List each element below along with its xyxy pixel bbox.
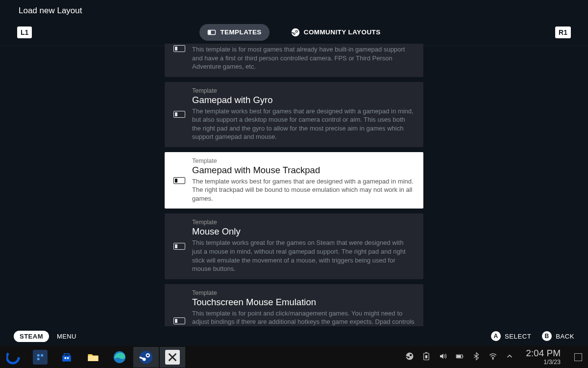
tabs-row: L1 TEMPLATES COMMUNITY LAYOUTS R1	[0, 19, 588, 46]
bumper-left: L1	[17, 26, 32, 38]
template-kicker: Template	[192, 289, 415, 296]
clock-time: 2:04 PM	[526, 348, 561, 359]
taskbar-clock[interactable]: 2:04 PM 1/3/23	[526, 348, 561, 366]
tab-label: TEMPLATES	[220, 28, 261, 36]
svg-rect-9	[41, 354, 44, 357]
svg-point-24	[492, 358, 493, 359]
x-app-icon	[165, 350, 180, 365]
b-button-icon: B	[542, 331, 552, 341]
template-card[interactable]: TemplateGamepad With Joystick TrackpadTh…	[165, 44, 423, 77]
action-label: SELECT	[505, 333, 531, 340]
taskbar-start[interactable]	[1, 347, 26, 368]
bluetooth-icon[interactable]	[472, 352, 481, 363]
steam-tray-icon[interactable]	[405, 352, 414, 363]
svg-point-20	[408, 356, 410, 358]
power-icon[interactable]	[455, 352, 464, 363]
steam-app-icon	[139, 350, 153, 365]
edge-icon	[112, 350, 127, 365]
svg-point-17	[143, 357, 146, 361]
svg-rect-1	[209, 31, 211, 34]
wifi-icon[interactable]	[489, 352, 497, 363]
template-kicker: Template	[192, 87, 415, 94]
controller-icon	[173, 45, 185, 52]
template-title: Touchscreen Mouse Emulation	[192, 297, 415, 308]
menu-button[interactable]: MENU	[57, 333, 76, 340]
taskbar-app-explorer[interactable]	[80, 347, 106, 368]
store-icon	[59, 350, 74, 365]
steam-icon	[291, 28, 300, 37]
tab-community-layouts[interactable]: COMMUNITY LAYOUTS	[283, 24, 389, 41]
taskbar-app-edge[interactable]	[107, 347, 132, 368]
chevron-up-icon[interactable]	[505, 352, 514, 363]
taskbar-app-settings[interactable]	[27, 347, 53, 368]
svg-rect-11	[65, 357, 67, 359]
volume-icon[interactable]	[439, 352, 447, 363]
steam-button[interactable]: STEAM	[14, 331, 49, 342]
taskbar-app-steam[interactable]	[133, 347, 159, 368]
page-title: Load new Layout	[0, 0, 588, 16]
svg-rect-10	[37, 358, 40, 360]
windows-taskbar[interactable]: 2:04 PM 1/3/23	[0, 346, 588, 368]
system-tray: 2:04 PM 1/3/23	[405, 348, 583, 366]
a-button-icon: A	[491, 331, 501, 341]
svg-point-6	[294, 33, 295, 34]
bumper-right: R1	[555, 26, 571, 38]
explorer-icon	[86, 350, 100, 365]
template-card[interactable]: TemplateGamepad with GyroThe template wo…	[165, 82, 423, 147]
svg-rect-12	[67, 357, 69, 359]
controller-icon	[173, 243, 185, 250]
template-title: Gamepad with Gyro	[192, 95, 415, 105]
clock-date: 1/3/23	[526, 359, 561, 366]
svg-point-16	[147, 354, 149, 356]
template-title: Mouse Only	[192, 226, 415, 237]
layout-icon	[207, 28, 216, 37]
template-title: Gamepad with Mouse Trackpad	[192, 165, 415, 176]
start-icon	[6, 350, 21, 365]
template-description: This template is for most games that alr…	[192, 45, 415, 71]
controller-icon	[173, 317, 185, 324]
template-card[interactable]: TemplateTouchscreen Mouse EmulationThis …	[165, 284, 423, 327]
template-description: This template works great for the games …	[192, 238, 415, 273]
tab-templates[interactable]: TEMPLATES	[199, 24, 269, 41]
action-select[interactable]: A SELECT	[491, 331, 531, 341]
template-card[interactable]: TemplateMouse OnlyThis template works gr…	[165, 213, 423, 279]
controller-icon	[173, 177, 185, 184]
svg-rect-23	[457, 355, 461, 357]
svg-point-4	[296, 30, 297, 31]
svg-point-7	[7, 351, 19, 363]
template-kicker: Template	[192, 158, 415, 164]
action-label: BACK	[556, 333, 574, 340]
svg-rect-8	[37, 354, 40, 357]
action-back[interactable]: B BACK	[542, 331, 574, 341]
template-list-area[interactable]: TemplateGamepad With Joystick TrackpadTh…	[0, 44, 588, 327]
template-description: The template works best for games that a…	[192, 177, 415, 203]
template-description: The template works best for games that a…	[192, 107, 415, 141]
template-description: This template is for point and click/man…	[192, 309, 415, 327]
template-kicker: Template	[192, 219, 415, 226]
controller-icon	[173, 111, 185, 118]
settings-app-icon	[33, 350, 48, 365]
svg-point-19	[410, 354, 412, 356]
battery-saver-icon[interactable]	[422, 352, 431, 363]
template-card[interactable]: TemplateGamepad with Mouse TrackpadThe t…	[165, 152, 423, 209]
taskbar-app-store[interactable]	[54, 347, 79, 368]
tab-label: COMMUNITY LAYOUTS	[304, 28, 381, 36]
taskbar-action-center[interactable]	[574, 353, 582, 361]
footer-bar: STEAM MENU A SELECT B BACK	[0, 326, 588, 346]
taskbar-app-x[interactable]	[160, 347, 185, 368]
